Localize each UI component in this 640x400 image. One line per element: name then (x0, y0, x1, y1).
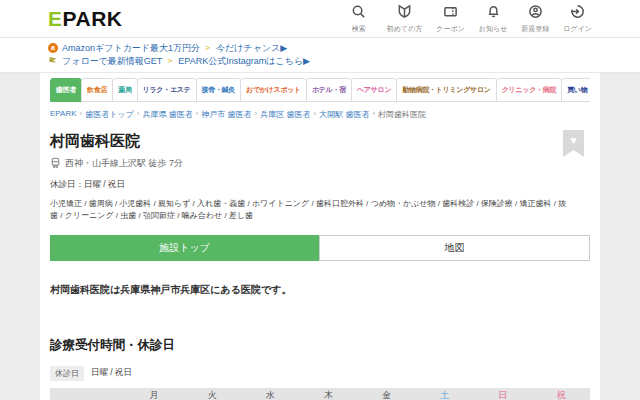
category-tab-osteopathy[interactable]: 接骨・鍼灸 (196, 78, 242, 102)
clinic-name-title: 村岡歯科医院 (50, 132, 590, 151)
clinic-header: 村岡歯科医院 西神・山手線上沢駅 徒歩 7分 休診日：日曜 / 祝日 小児矯正 … (50, 132, 590, 223)
breadcrumb-separator (137, 109, 140, 120)
closed-days-line: 休診日：日曜 / 祝日 (50, 179, 590, 191)
breadcrumb-link[interactable]: EPARK (50, 109, 77, 120)
flag-icon (48, 56, 58, 66)
category-tab-shopping[interactable]: 買い物 (561, 78, 590, 102)
breadcrumb-separator (313, 109, 316, 120)
util-label: 初めての方 (387, 24, 423, 34)
signup-menu-item[interactable]: 新規登録 (521, 4, 549, 34)
closed-badge: 休診日 (50, 366, 84, 381)
train-icon (50, 157, 61, 170)
breadcrumb: EPARK 歯医者トップ 兵庫県 歯医者 神戸市 歯医者 兵庫区 歯医者 大開駅… (50, 109, 590, 120)
user-register-icon (528, 4, 543, 23)
breadcrumb-link[interactable]: 歯医者トップ (85, 109, 134, 120)
coupon-menu-item[interactable]: クーポン (436, 4, 465, 34)
clinic-description: 村岡歯科医院は兵庫県神戸市兵庫区にある医院です。 (50, 283, 590, 297)
breadcrumb-separator (196, 109, 199, 120)
login-icon (570, 4, 585, 23)
category-nav: 歯医者 飲食店 薬局 リラク・エステ 接骨・鍼灸 おでかけスポット ホテル・宿 … (50, 78, 590, 102)
facility-tabs: 施設トップ 地図 (50, 235, 590, 261)
beginner-mark-icon (397, 4, 412, 23)
epark-logo-e: E (48, 7, 63, 30)
closed-days-row: 休診日 日曜 / 祝日 (50, 366, 590, 381)
day-header-mon: 月 (125, 389, 183, 400)
closed-value: 日曜 / 祝日 (91, 367, 132, 379)
day-header-fri: 金 (358, 389, 416, 400)
category-tab-outing[interactable]: おでかけスポット (240, 78, 307, 102)
station-access-text: 西神・山手線上沢駅 徒歩 7分 (65, 157, 183, 170)
notifications-menu-item[interactable]: お知らせ (479, 4, 508, 34)
bell-icon (486, 4, 501, 23)
util-label: クーポン (436, 24, 465, 34)
day-header-hol: 祝 (532, 389, 590, 400)
breadcrumb-current: 村岡歯科医院 (378, 109, 426, 120)
bookmark-favorite-icon[interactable] (563, 130, 584, 157)
day-header-sun: 日 (474, 389, 532, 400)
hours-table: 月 火 水 木 金 土 日 祝 ● ● 周辺の歯医者を探す (50, 388, 590, 400)
category-tab-restaurant[interactable]: 飲食店 (81, 78, 113, 102)
breadcrumb-link[interactable]: 大開駅 歯医者 (319, 109, 369, 120)
day-header-sat: 土 (416, 389, 474, 400)
day-header-wed: 水 (241, 389, 299, 400)
promo-separator-icon (166, 54, 174, 67)
category-tab-hairsalon[interactable]: ヘアサロン (351, 78, 397, 102)
util-label: お知らせ (479, 24, 508, 34)
station-access: 西神・山手線上沢駅 徒歩 7分 (50, 157, 590, 170)
promo-link[interactable]: フォローで最新情報GET (62, 55, 162, 67)
promo-link-suffix[interactable]: EPARK公式Instagramはこちら▶ (178, 55, 310, 67)
epark-logo-park: PARK (63, 7, 123, 30)
util-label: 検索 (352, 24, 366, 34)
category-tab-relax[interactable]: リラク・エステ (137, 78, 197, 102)
coupon-icon (443, 4, 458, 23)
promo-banner-amazon[interactable]: a Amazonギフトカード最大1万円分 今だけチャンス▶ (48, 41, 592, 54)
breadcrumb-separator (80, 109, 83, 120)
category-tab-pharmacy[interactable]: 薬局 (112, 78, 137, 102)
category-tab-clinic[interactable]: クリニック・病院 (496, 78, 562, 102)
search-icon (351, 4, 366, 23)
login-menu-item[interactable]: ログイン (563, 4, 592, 34)
breadcrumb-link[interactable]: 兵庫区 歯医者 (260, 109, 310, 120)
breadcrumb-separator (255, 109, 258, 120)
day-header-tue: 火 (183, 389, 241, 400)
amazon-gift-icon: a (48, 43, 58, 53)
breadcrumb-separator (372, 109, 375, 120)
tab-map[interactable]: 地図 (319, 235, 590, 261)
epark-logo[interactable]: EPARK (48, 7, 122, 31)
util-label: 新規登録 (521, 24, 549, 34)
promo-link[interactable]: Amazonギフトカード最大1万円分 (62, 42, 200, 54)
promo-separator-icon (204, 41, 212, 54)
search-menu-item[interactable]: 検索 (345, 4, 373, 34)
tab-facility-top[interactable]: 施設トップ (50, 235, 319, 261)
category-tab-vet[interactable]: 動物病院・トリミングサロン (396, 78, 496, 102)
promo-strip: a Amazonギフトカード最大1万円分 今だけチャンス▶ フォローで最新情報G… (0, 38, 640, 73)
top-bar: EPARK 検索 初めての方 クーポン お知らせ 新規登録 (0, 0, 640, 38)
day-header-thu: 木 (299, 389, 357, 400)
hours-table-header: 月 火 水 木 金 土 日 祝 (50, 388, 590, 400)
hours-section-heading: 診療受付時間・休診日 (50, 337, 590, 354)
category-tab-dentist[interactable]: 歯医者 (50, 78, 82, 102)
breadcrumb-link[interactable]: 兵庫県 歯医者 (142, 109, 192, 120)
utility-nav: 検索 初めての方 クーポン お知らせ 新規登録 ログイン (345, 4, 592, 34)
promo-banner-instagram[interactable]: フォローで最新情報GET EPARK公式Instagramはこちら▶ (48, 54, 592, 67)
promo-link-suffix[interactable]: 今だけチャンス▶ (216, 42, 287, 54)
main-column: 歯医者 飲食店 薬局 リラク・エステ 接骨・鍼灸 おでかけスポット ホテル・宿 … (40, 73, 600, 400)
util-label: ログイン (563, 24, 592, 34)
first-time-menu-item[interactable]: 初めての方 (387, 4, 423, 34)
treatment-tags: 小児矯正 / 歯周病 / 小児歯科 / 親知らず / 入れ歯・義歯 / ホワイト… (50, 198, 570, 223)
category-tab-hotel[interactable]: ホテル・宿 (306, 78, 352, 102)
breadcrumb-link[interactable]: 神戸市 歯医者 (201, 109, 251, 120)
